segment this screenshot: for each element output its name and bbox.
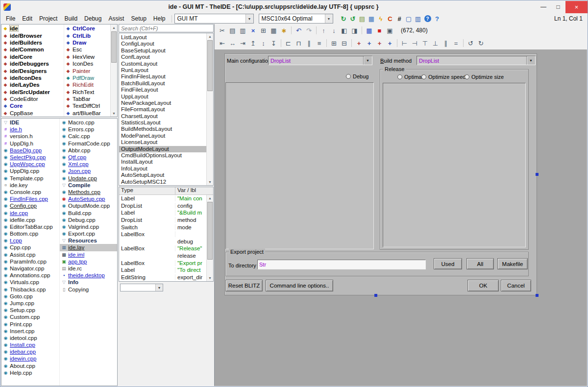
file-item[interactable]: ◉Template.cpp — [1, 175, 59, 182]
file-item[interactable]: ◉ide.cpp — [1, 209, 59, 216]
property-scrollbar[interactable]: ▲ ▼ — [206, 195, 213, 281]
package-item[interactable]: ◆ide/Browser — [1, 32, 64, 39]
layout-item[interactable]: ConfLayout — [119, 54, 206, 60]
spring-left-icon[interactable]: + — [354, 38, 364, 48]
file-item[interactable]: ▪theide.desktop — [60, 272, 117, 279]
window-icon[interactable]: ▢ — [404, 14, 414, 23]
scroll-down-icon[interactable]: ▼ — [207, 179, 213, 185]
matrix-icon[interactable]: ▦ — [269, 25, 279, 35]
export-directory-field[interactable]: Str — [257, 260, 426, 269]
file-item[interactable]: ◉ParamInfo.cpp — [1, 258, 59, 265]
menu-edit[interactable]: Edit — [19, 14, 36, 24]
release-groupbox[interactable]: Release Optimal Optimize speed Optimize … — [380, 69, 529, 250]
file-item[interactable]: ◉Build.cpp — [60, 209, 117, 216]
file-item[interactable]: ▯Copying — [60, 286, 117, 293]
layout-item[interactable]: BuildMethodsLayout — [119, 126, 206, 132]
package-scrollbar[interactable]: ▲ ▼ — [110, 24, 117, 117]
file-item[interactable]: ◉About.cpp — [1, 363, 59, 369]
file-item[interactable]: ◉idetool.cpp — [1, 335, 59, 341]
package-item[interactable]: ◆Painter — [64, 67, 110, 74]
layout-item[interactable]: ModePaneLayout — [119, 133, 206, 139]
anchor-right-icon[interactable]: ⊣ — [410, 38, 420, 48]
file-item[interactable]: ◉Help.cpp — [1, 369, 59, 376]
build-method-droplist[interactable]: DropList ▼ — [416, 56, 536, 65]
sync-back-icon[interactable]: ↺ — [348, 14, 358, 23]
file-item[interactable]: ◉FormatCode.cpp — [60, 140, 117, 147]
layout-item[interactable]: StatisticsLayout — [119, 120, 206, 126]
file-item[interactable]: ◉Qtf.cpp — [60, 154, 117, 161]
file-item[interactable]: ◉Custom.cpp — [1, 314, 59, 320]
file-item[interactable]: ◉Virtuals.cpp — [1, 279, 59, 286]
release-options-panel[interactable] — [383, 83, 526, 247]
menu-debug[interactable]: Debug — [81, 14, 105, 24]
package-item[interactable]: ◆RichEdit — [64, 81, 110, 88]
maximize-button[interactable]: □ — [551, 1, 565, 13]
optimize-size-radio[interactable]: Optimize size — [465, 74, 504, 80]
file-item[interactable]: ◉Errors.cpp — [60, 126, 117, 133]
main-config-combo[interactable]: GUI MT ▼ — [174, 14, 254, 24]
file-item[interactable]: ◉Insert.cpp — [1, 328, 59, 335]
file-item[interactable]: ▦ide.lay — [60, 244, 117, 251]
file-item[interactable]: ▤ide.rc — [60, 265, 117, 272]
status-color-icon[interactable]: ■ — [374, 25, 385, 35]
package-icon[interactable]: ▦ — [367, 14, 376, 23]
file-item[interactable]: ◉OutputMode.cpp — [60, 202, 117, 209]
package-item[interactable]: ◆TextDiffCtrl — [64, 102, 110, 109]
file-item[interactable]: ◉UppWspc.cpp — [1, 161, 59, 168]
layout-item[interactable]: FileFormatLayout — [119, 106, 206, 113]
spring-bottom-icon[interactable]: + — [385, 38, 395, 48]
build-method-combo[interactable]: MSC10x64 Optimal ▼ — [259, 14, 333, 24]
ok-button[interactable]: OK — [467, 280, 499, 291]
layout-item[interactable]: AutoSetupMSC12 — [119, 179, 206, 185]
package-item[interactable]: ◆art/BlueBar — [64, 110, 110, 117]
hspace-equal-icon[interactable]: ∥ — [304, 38, 314, 48]
file-item[interactable]: ◉Goto.cpp — [1, 293, 59, 300]
spring-right-icon[interactable]: + — [364, 38, 374, 48]
file-item[interactable]: #version.h — [1, 133, 59, 140]
anchor-horz-icon[interactable]: ∥ — [441, 38, 451, 48]
help-circle-icon[interactable]: ? — [424, 15, 431, 22]
layout-item[interactable]: FindFileLayout — [119, 87, 206, 93]
scroll-down-icon[interactable]: ▼ — [207, 275, 213, 281]
selection-handle-right[interactable] — [536, 173, 539, 176]
file-item[interactable]: ◉Update.cpp — [60, 175, 117, 182]
rotate-cw-icon[interactable]: ↻ — [476, 38, 486, 48]
align-right-icon[interactable]: ⇥ — [238, 38, 248, 48]
file-item[interactable]: ◉t.cpp — [1, 237, 59, 244]
minimize-button[interactable]: — — [536, 1, 551, 13]
file-item[interactable]: ◉Console.cpp — [1, 189, 59, 195]
vspace-equal-icon[interactable]: ≡ — [314, 38, 324, 48]
property-row[interactable]: Label"&Build m — [119, 209, 206, 217]
selection-handle-bottom[interactable] — [374, 294, 377, 297]
type-column-header[interactable]: Type — [119, 187, 175, 194]
package-item[interactable]: ◆PdfDraw — [64, 74, 110, 81]
property-row[interactable]: LabelBox — [119, 231, 206, 238]
file-group[interactable]: ▽IDE — [1, 119, 59, 126]
to-back-icon[interactable]: ◨ — [349, 25, 360, 35]
undo-icon[interactable]: ↶ — [294, 25, 304, 35]
sync-repo-icon[interactable]: ↻ — [339, 14, 348, 23]
menu-file[interactable]: File — [2, 14, 19, 24]
package-item[interactable]: ◆ide/Core — [1, 53, 64, 60]
anchor-top-icon[interactable]: ⊤ — [420, 38, 430, 48]
property-row[interactable]: DropListmethod — [119, 217, 206, 224]
scroll-thumb[interactable] — [207, 40, 213, 91]
sparkle-icon[interactable]: ∗ — [279, 25, 289, 35]
file-item[interactable]: ▣app.tpp — [60, 258, 117, 265]
file-item[interactable]: ◉Config.cpp — [1, 202, 59, 209]
paste-icon[interactable]: ▥ — [238, 25, 248, 35]
redo-icon[interactable]: ↷ — [304, 25, 314, 35]
layout-scrollbar[interactable]: ▲ ▼ — [206, 33, 213, 185]
scroll-up-icon[interactable]: ▲ — [207, 33, 213, 40]
layout-item[interactable]: CmdBuildOptionsLayout — [119, 152, 206, 159]
align-bottom-icon[interactable]: ↧ — [269, 38, 279, 48]
file-item[interactable]: ¤ide.key — [1, 182, 59, 189]
file-item[interactable]: ◉Export.cpp — [60, 230, 117, 237]
layout-item[interactable]: CustomLayout — [119, 61, 206, 67]
close-button[interactable]: × — [565, 1, 588, 13]
scroll-thumb[interactable] — [111, 31, 117, 63]
file-item[interactable]: ◉Json.cpp — [60, 168, 117, 174]
align-hcenter-icon[interactable]: ↔ — [227, 38, 238, 48]
property-row[interactable]: Label"Main con — [119, 195, 206, 202]
file-item[interactable]: ◉Cpp.cpp — [1, 244, 59, 251]
